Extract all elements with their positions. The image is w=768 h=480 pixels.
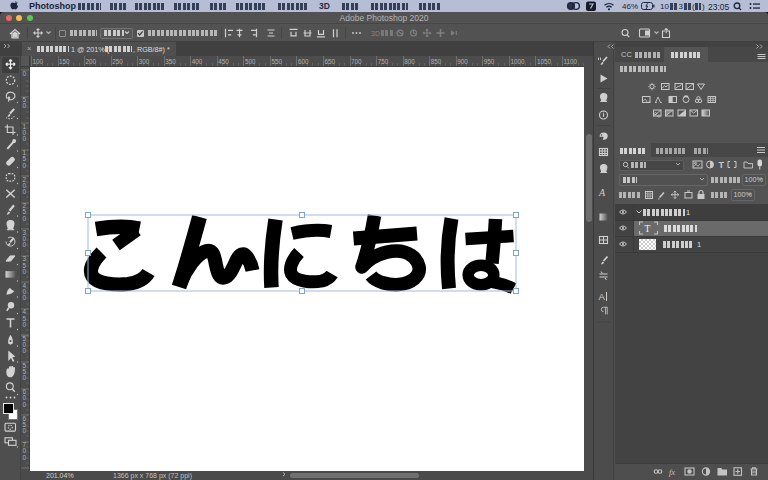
svg-text:T: T	[645, 224, 651, 234]
svg-text:fx: fx	[669, 467, 675, 477]
svg-text:T: T	[719, 160, 725, 170]
svg-text:A: A	[598, 187, 606, 198]
svg-text:A: A	[599, 291, 606, 302]
